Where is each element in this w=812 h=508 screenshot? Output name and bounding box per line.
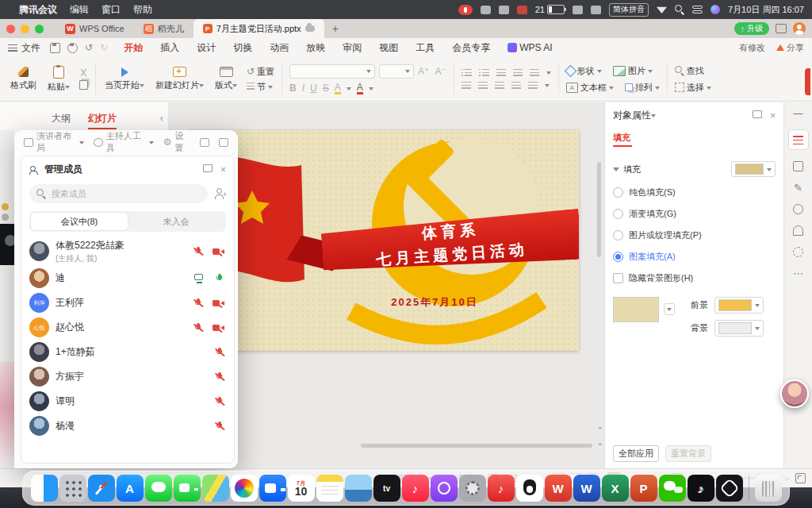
- play-from-current-button[interactable]: 当页开始: [99, 60, 150, 98]
- dock-photos-icon[interactable]: [231, 475, 258, 502]
- ribbon-tab-transition[interactable]: 切换: [233, 41, 252, 55]
- upgrade-button[interactable]: ↑升级: [734, 22, 769, 35]
- option-solid-fill[interactable]: 纯色填充(S): [613, 187, 776, 198]
- self-camera-bubble[interactable]: [780, 379, 809, 408]
- background-color-dropdown[interactable]: [714, 320, 764, 337]
- member-row[interactable]: 谭明: [29, 389, 226, 414]
- slide[interactable]: 体育系 七月主题党日活动 2025年7月10日: [189, 130, 579, 351]
- align-right-icon[interactable]: [495, 82, 504, 90]
- pattern-preview[interactable]: [613, 297, 659, 322]
- dock-notes-icon[interactable]: [316, 475, 343, 502]
- ribbon-tab-wps-ai[interactable]: WPS AI: [508, 42, 552, 53]
- tab-in-meeting[interactable]: 会议中(8): [31, 213, 128, 230]
- dock-settings-icon[interactable]: [459, 475, 486, 502]
- new-tab-button[interactable]: +: [332, 22, 339, 35]
- collapsed-pane-handle[interactable]: [805, 68, 810, 95]
- close-members-icon[interactable]: ×: [220, 164, 226, 175]
- dock-word-icon[interactable]: W: [573, 475, 600, 502]
- dock-excel-icon[interactable]: X: [602, 475, 629, 502]
- strikethrough-button[interactable]: S: [323, 83, 329, 94]
- member-row[interactable]: 利萍 王利萍: [29, 291, 226, 315]
- control-center-icon[interactable]: [692, 6, 703, 13]
- wifi-icon[interactable]: [657, 6, 667, 13]
- tab-wps-home[interactable]: W WPS Office: [56, 19, 134, 38]
- pane-animation-icon[interactable]: [793, 204, 803, 214]
- option-gradient-fill[interactable]: 渐变填充(G): [613, 208, 776, 220]
- section-button[interactable]: 节: [247, 81, 274, 93]
- menubar-menu-window[interactable]: 窗口: [102, 3, 121, 17]
- bluetooth-icon[interactable]: [573, 6, 583, 14]
- speaker-layout-button[interactable]: 演讲者布局: [24, 130, 84, 154]
- ribbon-tab-design[interactable]: 设计: [197, 41, 216, 55]
- spotlight-icon[interactable]: [675, 5, 684, 14]
- fullscreen-icon[interactable]: [795, 473, 806, 483]
- mic-active-indicator[interactable]: [458, 5, 473, 15]
- option-pattern-fill[interactable]: 图案填充(A): [613, 251, 776, 263]
- reset-background-button[interactable]: 重置背景: [665, 445, 711, 462]
- dock-trash-icon[interactable]: [755, 475, 782, 502]
- expand-icon[interactable]: [200, 138, 209, 147]
- reset-button[interactable]: ↺重置: [247, 66, 274, 78]
- menubar-menu-help[interactable]: 帮助: [133, 3, 152, 17]
- ribbon-tab-review[interactable]: 审阅: [343, 41, 362, 55]
- foreground-color-dropdown[interactable]: [714, 297, 764, 314]
- format-painter-button[interactable]: 格式刷: [5, 60, 42, 98]
- tab-document[interactable]: P 7月主题党日活动.pptx: [193, 19, 324, 38]
- columns-icon[interactable]: [528, 82, 538, 90]
- modified-status[interactable]: 有修改: [739, 42, 765, 54]
- file-menu[interactable]: 文件: [8, 41, 40, 55]
- dock-wechat-icon[interactable]: [659, 475, 686, 502]
- font-size-select[interactable]: [379, 64, 414, 79]
- next-slide-button[interactable]: ⌄: [597, 439, 603, 447]
- mic-muted-icon[interactable]: [215, 347, 224, 358]
- pane-shapes-icon[interactable]: [793, 161, 803, 171]
- layout-button[interactable]: 版式: [209, 60, 243, 98]
- dock-qq-icon[interactable]: [516, 475, 543, 502]
- member-search-box[interactable]: [29, 184, 208, 203]
- mic-muted-icon[interactable]: [215, 421, 224, 432]
- display-icon[interactable]: [591, 6, 601, 14]
- tab-docer[interactable]: 稻 稻壳儿: [134, 19, 193, 38]
- pane-more-icon[interactable]: ⋯: [793, 268, 803, 279]
- shapes-button[interactable]: 形状: [566, 65, 602, 77]
- previous-slide-button[interactable]: ⌃: [597, 426, 603, 434]
- indent-icon[interactable]: [513, 69, 523, 77]
- align-center-icon[interactable]: [478, 82, 488, 90]
- fill-color-dropdown[interactable]: [731, 161, 776, 177]
- decrease-font-icon[interactable]: A⁻: [435, 66, 446, 77]
- find-button[interactable]: 查找: [675, 65, 711, 77]
- mic-muted-icon[interactable]: [193, 298, 203, 309]
- apply-all-button[interactable]: 全部应用: [613, 445, 659, 462]
- camera-status-icon[interactable]: [481, 6, 491, 14]
- ribbon-tab-animation[interactable]: 动画: [270, 41, 289, 55]
- settings-button[interactable]: ⚙设置: [163, 130, 190, 154]
- mic-muted-icon[interactable]: [193, 246, 203, 257]
- outline-tab[interactable]: 大纲: [52, 112, 71, 125]
- ribbon-tab-insert[interactable]: 插入: [160, 41, 179, 55]
- bold-button[interactable]: B: [289, 83, 297, 94]
- close-window-button[interactable]: [6, 25, 15, 33]
- dock-appstore-icon[interactable]: A: [117, 475, 144, 502]
- battery-indicator[interactable]: 21: [535, 5, 565, 14]
- dock-messages-icon[interactable]: [145, 475, 172, 502]
- cut-icon[interactable]: [79, 68, 88, 77]
- dock-wps-icon[interactable]: W: [545, 475, 572, 502]
- siri-icon[interactable]: [710, 5, 720, 14]
- fill-tab[interactable]: 填充: [613, 132, 632, 144]
- video-thumbnail[interactable]: [0, 224, 14, 265]
- vertical-scrollbar[interactable]: [597, 162, 601, 257]
- object-properties-icon[interactable]: [788, 129, 809, 150]
- line-spacing-icon[interactable]: [530, 69, 539, 77]
- mic-muted-icon[interactable]: [193, 322, 203, 333]
- ribbon-tab-slideshow[interactable]: 放映: [306, 41, 325, 55]
- increase-font-icon[interactable]: A⁺: [418, 66, 429, 77]
- ribbon-tab-home[interactable]: 开始: [124, 41, 143, 55]
- grid-view-icon[interactable]: [219, 138, 228, 147]
- underline-button[interactable]: U: [310, 83, 317, 94]
- member-row[interactable]: 杨漫: [29, 414, 226, 438]
- expand-section-icon[interactable]: [613, 167, 619, 175]
- horizontal-scrollbar[interactable]: [361, 444, 592, 448]
- member-row[interactable]: 迪: [29, 266, 226, 291]
- outdent-icon[interactable]: [496, 69, 506, 77]
- ribbon-tab-member[interactable]: 会员专享: [452, 41, 490, 55]
